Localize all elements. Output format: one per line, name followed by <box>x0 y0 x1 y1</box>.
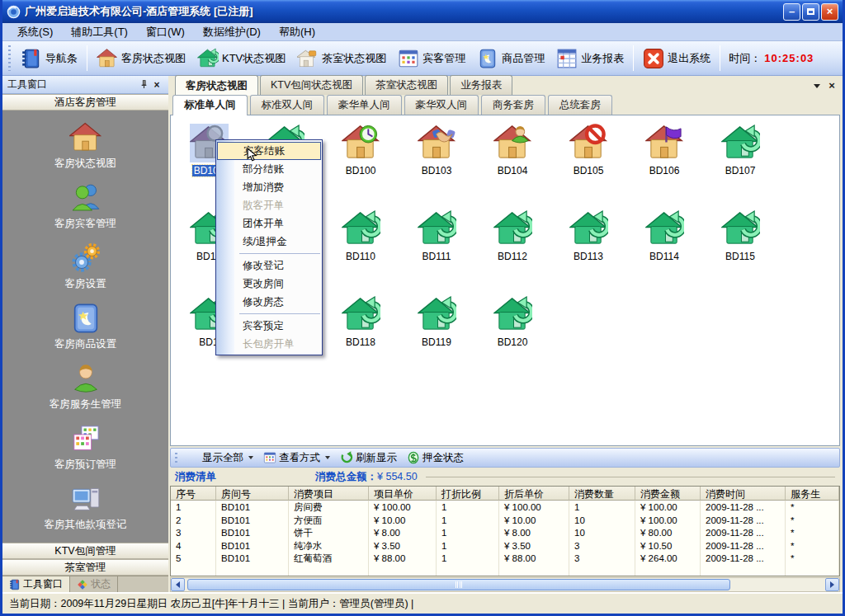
sidebar-bottom-tabs: 工具窗口 状态 <box>2 576 168 592</box>
tab-tool-window[interactable]: 工具窗口 <box>2 576 70 592</box>
minimize-button[interactable]: – <box>783 3 800 21</box>
table-header-cell[interactable]: 消费项目 <box>289 487 369 501</box>
table-row[interactable]: 4 BD101 纯净水 ¥ 3.50 1 ¥ 3.50 3 ¥ 10.50 20… <box>171 539 839 553</box>
sidebar-group-ktv[interactable]: KTV包间管理 <box>2 543 168 559</box>
toolbar-ktv-status-button[interactable]: KTV状态视图 <box>191 45 291 73</box>
table-row[interactable]: 5 BD101 红葡萄酒 ¥ 88.00 1 ¥ 88.00 3 ¥ 264.0… <box>171 552 839 565</box>
table-row[interactable]: 1 BD101 房间费 ¥ 100.00 1 ¥ 100.00 1 ¥ 100.… <box>171 501 839 514</box>
room-bd119[interactable]: BD119 <box>399 294 474 373</box>
room-bd120[interactable]: BD120 <box>474 294 550 373</box>
table-header-cell[interactable]: 折后单价 <box>499 487 569 501</box>
menu-item-group-open[interactable]: 团体开单 <box>216 214 322 233</box>
sidebar-group-tearoom[interactable]: 茶室管理 <box>2 559 168 576</box>
room-bd100[interactable]: BD100 <box>323 122 399 201</box>
tab-business-report[interactable]: 业务报表 <box>450 75 512 95</box>
menu-item-modify-room-state[interactable]: 修改房态 <box>216 293 322 311</box>
table-header-cell[interactable]: 消费时间 <box>701 487 786 501</box>
room-bd111[interactable]: BD111 <box>399 208 474 287</box>
toolbar-goods-manage-button[interactable]: 商品管理 <box>471 45 550 73</box>
menu-window[interactable]: 窗口(W) <box>138 23 195 41</box>
tab-deluxe-single[interactable]: 豪华单人间 <box>327 95 402 115</box>
tab-presidential-suite[interactable]: 总统套房 <box>548 95 612 115</box>
scroll-right-icon[interactable] <box>825 578 839 591</box>
table-cell: 房间费 <box>289 501 369 514</box>
room-bd110[interactable]: BD110 <box>323 208 399 287</box>
sidebar-item-room-waiters[interactable]: 客房服务生管理 <box>2 362 168 411</box>
tab-tearoom-status-view[interactable]: 茶室状态视图 <box>365 75 448 95</box>
sidebar-item-room-guests[interactable]: 客房宾客管理 <box>2 181 168 231</box>
sidebar-item-room-booking[interactable]: 客房预订管理 <box>2 422 168 472</box>
menu-aux-tools[interactable]: 辅助工具(T) <box>63 23 138 41</box>
table-header-cell[interactable]: 消费数量 <box>569 487 635 501</box>
room-bd103[interactable]: BD103 <box>399 122 474 201</box>
table-cell: 1 <box>171 501 216 514</box>
toolbar-room-status-button[interactable]: 客房状态视图 <box>91 45 191 73</box>
refresh-button[interactable]: 刷新显示 <box>335 449 402 467</box>
tab-list-dropdown-icon[interactable] <box>810 79 824 92</box>
consume-list-title: 消费清单 <box>175 470 216 484</box>
tab-business-suite[interactable]: 商务套房 <box>481 95 545 115</box>
maximize-button[interactable] <box>802 3 819 21</box>
tab-ktv-room-status-view[interactable]: KTV包间状态视图 <box>260 75 363 95</box>
menu-item-change-room[interactable]: 更改房间 <box>216 275 322 293</box>
menu-item-deposit-renew-refund[interactable]: 续/退押金 <box>216 233 322 251</box>
table-header-cell[interactable]: 序号 <box>171 487 216 501</box>
toolbar-tearoom-status-button[interactable]: 茶室状态视图 <box>291 45 392 73</box>
tab-standard-single[interactable]: 标准单人间 <box>172 95 248 115</box>
scroll-left-icon[interactable] <box>171 578 185 591</box>
tab-status[interactable]: 状态 <box>70 576 118 592</box>
show-all-button[interactable]: 显示全部 <box>182 449 258 467</box>
menu-item-guest-reservation[interactable]: 宾客预定 <box>216 317 322 335</box>
view-mode-button[interactable]: 查看方式 <box>258 449 335 467</box>
table-header-cell[interactable]: 消费金额 <box>635 487 701 501</box>
menu-item-modify-registration[interactable]: 修改登记 <box>216 256 322 275</box>
room-bd114[interactable]: BD114 <box>626 208 702 287</box>
toolbar-report-button[interactable]: 业务报表 <box>550 45 630 73</box>
sidebar-group-hotel-rooms[interactable]: 酒店客房管理 <box>2 94 168 111</box>
sidebar-close-icon[interactable]: × <box>150 78 163 91</box>
room-label: BD107 <box>724 165 758 176</box>
toolbar-navigator-button[interactable]: 导航条 <box>15 45 83 73</box>
tab-standard-double[interactable]: 标准双人间 <box>250 95 325 115</box>
menu-help[interactable]: 帮助(H) <box>271 23 325 41</box>
room-bd107[interactable]: BD107 <box>702 122 778 201</box>
toolbar-grip[interactable] <box>175 453 177 463</box>
pin-icon[interactable] <box>137 78 150 91</box>
table-header-cell[interactable]: 打折比例 <box>437 487 499 501</box>
toolbar-exit-button[interactable]: 退出系统 <box>637 45 716 73</box>
tab-room-status-view[interactable]: 客房状态视图 <box>175 75 258 96</box>
room-bd105[interactable]: BD105 <box>550 122 626 201</box>
tab-close-icon[interactable]: × <box>825 79 838 92</box>
room-bd115[interactable]: BD115 <box>702 208 778 287</box>
close-button[interactable]: × <box>821 3 838 21</box>
table-header-cell[interactable]: 项目单价 <box>369 487 437 501</box>
table-header-cell[interactable]: 房间号 <box>216 487 289 501</box>
toolbar-guest-manage-button[interactable]: 宾客管理 <box>392 45 471 73</box>
table-header-cell[interactable]: 服务生 <box>786 487 839 501</box>
toolbar-grip[interactable] <box>8 45 11 71</box>
room-bd104[interactable]: BD104 <box>474 122 550 201</box>
navigator-book-icon <box>21 48 42 69</box>
menu-item-add-consumption[interactable]: 增加消费 <box>216 178 322 196</box>
sidebar-item-room-status[interactable]: 客房状态视图 <box>2 121 168 171</box>
menu-data-maintain[interactable]: 数据维护(D) <box>195 23 271 41</box>
scrollbar-thumb[interactable] <box>187 579 730 590</box>
table-row[interactable]: 3 BD101 饼干 ¥ 8.00 1 ¥ 8.00 10 ¥ 80.00 20… <box>171 526 839 539</box>
deposit-status-button[interactable]: 押金状态 <box>402 449 469 467</box>
table-cell: BD101 <box>216 552 289 565</box>
room-bd113[interactable]: BD113 <box>550 208 626 287</box>
table-horizontal-scrollbar[interactable] <box>170 577 840 592</box>
room-bd112[interactable]: BD112 <box>474 208 550 287</box>
sidebar-item-room-other-charges[interactable]: 客房其他款项登记 <box>2 482 168 532</box>
room-bd118[interactable]: BD118 <box>323 294 399 373</box>
table-row[interactable]: 2 BD101 方便面 ¥ 10.00 1 ¥ 10.00 10 ¥ 100.0… <box>171 514 839 527</box>
tab-deluxe-double[interactable]: 豪华双人间 <box>404 95 479 115</box>
menu-item-partial-checkout[interactable]: 部分结账 <box>216 160 322 178</box>
table-cell: BD101 <box>216 539 289 553</box>
menu-item-guest-checkout[interactable]: 宾客结账 <box>217 142 321 160</box>
menu-system[interactable]: 系统(S) <box>9 23 63 41</box>
room-bd106[interactable]: BD106 <box>626 122 702 201</box>
sidebar-item-room-goods[interactable]: 客房商品设置 <box>2 302 168 351</box>
room-context-menu: 宾客结账 部分结账 增加消费 散客开单 团体开单 续/退押金 修改登记 更改房间… <box>215 139 323 355</box>
sidebar-item-room-settings[interactable]: 客房设置 <box>2 242 168 291</box>
